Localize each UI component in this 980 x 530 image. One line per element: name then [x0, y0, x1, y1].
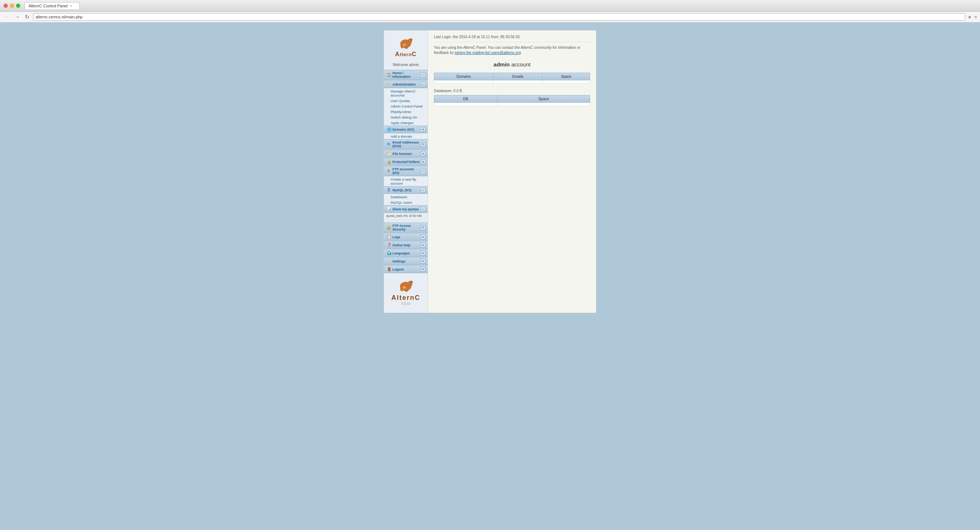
tab-title: AlternC Control Panel [29, 4, 67, 8]
help-toggle[interactable]: + [421, 243, 425, 247]
nav-filebrowser-label: File browser [393, 152, 421, 156]
manage-accounts-link[interactable]: Manage AlternC accounts [384, 88, 428, 98]
browser-toolbar: ← → ↻ ★ ≡ [0, 12, 980, 22]
account-title: admin account [434, 61, 590, 67]
mysql-toggle[interactable]: − [421, 188, 425, 192]
home-toggle[interactable]: − [421, 73, 425, 77]
bottom-logo-text: AlternC [391, 294, 420, 302]
nav-ftpsecurity-label: FTP Access Security [393, 224, 421, 231]
sidebar-item-quotas[interactable]: 📊 Show my quotas − [384, 205, 428, 213]
add-domain-link[interactable]: Add a domain [384, 134, 428, 139]
mailing-list-link[interactable]: joining the mailing-list users@alternc.o… [455, 51, 521, 55]
ftpsecurity-toggle[interactable]: + [421, 225, 425, 230]
quotas-toggle[interactable]: − [421, 207, 425, 211]
svg-point-10 [412, 281, 413, 282]
main-panel: Last Login: the 2016-4-28 at 15:11 from:… [428, 30, 596, 313]
lock-icon: 🔒 [387, 160, 391, 164]
sidebar-item-settings[interactable]: ⚙ Settings + [384, 257, 428, 265]
nav-mysql-label: MySQL (0/1) [393, 188, 421, 192]
sidebar-logo: AlternC [393, 34, 418, 61]
nav-logs-label: Logs [393, 235, 421, 239]
emails-value [493, 80, 542, 84]
user-quotas-link[interactable]: User Quotas [384, 98, 428, 104]
sidebar-item-mysql[interactable]: 🗄 MySQL (0/1) − [384, 186, 428, 194]
sidebar-item-logs[interactable]: 📋 Logs + [384, 233, 428, 241]
sidebar-item-email[interactable]: ✉ Email Addresses (0/10) + [384, 139, 428, 149]
ftp-icon: ⬆ [387, 169, 391, 173]
settings-icon: ⚙ [387, 259, 391, 263]
sidebar-item-logout[interactable]: 🚪 Logout + [384, 265, 428, 273]
domains-value [434, 80, 493, 84]
account-data-row [434, 80, 590, 84]
home-icon: 🏠 [387, 73, 391, 77]
account-suffix: account [511, 61, 531, 67]
svg-point-12 [404, 289, 409, 292]
close-button[interactable] [4, 4, 8, 8]
sidebar-item-filebrowser[interactable]: 📁 File browser + [384, 150, 428, 158]
help-icon: ❓ [387, 243, 391, 247]
switch-debug-link[interactable]: Switch debug On [384, 115, 428, 120]
sidebar-item-languages[interactable]: 🌍 Languages + [384, 249, 428, 257]
quota-icon: 📊 [387, 207, 391, 211]
maximize-button[interactable] [16, 4, 20, 8]
forward-button[interactable]: → [13, 13, 21, 21]
logs-toggle[interactable]: + [421, 235, 425, 239]
sidebar-bottom-logo: AlternC 3.2.10 [389, 273, 423, 305]
refresh-button[interactable]: ↻ [24, 13, 31, 21]
quota-value: quota_web 0% of 50 Mb [384, 213, 428, 219]
last-login: Last Login: the 2016-4-28 at 15:11 from:… [434, 35, 590, 42]
mysql-users-link[interactable]: MySQL Users [384, 200, 428, 205]
sidebar-item-home[interactable]: 🏠 Home / Information − [384, 70, 428, 80]
space-header: Space [542, 73, 590, 80]
admin-toggle[interactable]: − [421, 82, 425, 87]
address-bar[interactable] [33, 13, 965, 21]
nav-email-label: Email Addresses (0/10) [393, 140, 421, 148]
databases-link[interactable]: Databases [384, 194, 428, 200]
username-text: admin [494, 61, 510, 67]
languages-toggle[interactable]: + [421, 251, 425, 255]
info-text: You are using the AlternC Panel. You can… [434, 45, 590, 56]
browser-buttons [4, 4, 20, 8]
nav-section: 🏠 Home / Information − ✕ Administration … [384, 70, 428, 273]
logout-icon: 🚪 [387, 267, 391, 271]
db-space-value [497, 103, 590, 106]
nav-logout-label: Logout [393, 268, 421, 271]
email-toggle[interactable]: + [421, 142, 425, 147]
nav-domains-label: Domains (0/1) [393, 128, 421, 131]
sidebar-item-protected[interactable]: 🔒 Protected folders + [384, 158, 428, 166]
domains-header: Domains [434, 73, 493, 80]
create-ftp-link[interactable]: Create a new ftp account [384, 177, 428, 186]
back-button[interactable]: ← [3, 13, 11, 21]
svg-point-2 [409, 38, 412, 42]
sidebar-item-help[interactable]: ❓ Online help + [384, 241, 428, 249]
nav-home-label: Home / Information [393, 71, 421, 78]
tab-close-icon[interactable]: × [70, 4, 72, 8]
db-table: DB Space [434, 95, 590, 106]
folder-icon: 📁 [387, 152, 391, 156]
ftp-toggle[interactable]: − [421, 169, 425, 174]
minimize-button[interactable] [10, 4, 14, 8]
logout-toggle[interactable]: + [421, 267, 425, 271]
bookmark-icon[interactable]: ★ [967, 14, 972, 20]
apply-changes-link[interactable]: Apply changes [384, 120, 428, 126]
settings-toggle[interactable]: + [421, 259, 425, 263]
filebrowser-toggle[interactable]: + [421, 151, 425, 156]
protected-toggle[interactable]: + [421, 159, 425, 164]
nav-settings-label: Settings [393, 260, 421, 263]
sidebar-logo-text: AlternC [395, 51, 416, 57]
kangaroo-bottom-icon [396, 279, 415, 293]
sidebar-item-ftp[interactable]: ⬆ FTP accounts (0/2) − [384, 166, 428, 176]
nav-languages-label: Languages [393, 251, 421, 255]
databases-label: Databases: 0.0 B [434, 89, 590, 93]
browser-tab[interactable]: AlternC Control Panel × [25, 2, 80, 9]
sidebar-item-administration[interactable]: ✕ Administration − [384, 80, 428, 88]
domains-toggle[interactable]: + [421, 127, 425, 132]
kangaroo-icon [396, 37, 415, 50]
admin-control-panel-link[interactable]: Admin Control Panel [384, 104, 428, 109]
menu-icon[interactable]: ≡ [974, 14, 977, 20]
db-icon: 🗄 [387, 188, 391, 192]
sidebar-item-ftpsecurity[interactable]: 🔐 FTP Access Security + [384, 222, 428, 233]
nav-protected-label: Protected folders [393, 160, 421, 164]
phpmyadmin-link[interactable]: PhpMyAdmin [384, 109, 428, 115]
sidebar-item-domains[interactable]: 🌐 Domains (0/1) + [384, 126, 428, 133]
